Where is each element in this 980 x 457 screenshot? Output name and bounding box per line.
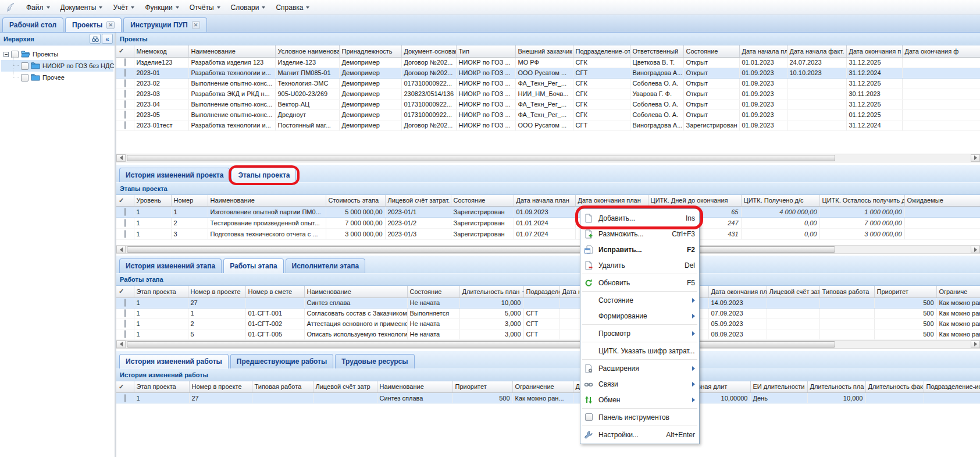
column-header[interactable]: Дата окончания план	[575, 195, 648, 207]
row-checkbox[interactable]	[124, 394, 126, 402]
tab-Инструкции ПУП[interactable]: Инструкции ПУП✕	[123, 17, 206, 32]
column-header[interactable]: ЕИ длительности	[750, 381, 807, 393]
context-menu-item[interactable]: Расширения	[580, 360, 699, 376]
row-checkbox[interactable]	[124, 230, 126, 238]
tab-Этапы проекта[interactable]: Этапы проекта	[231, 168, 296, 182]
close-icon[interactable]: ✕	[106, 21, 115, 29]
scroll-right-button[interactable]	[971, 246, 980, 253]
column-header[interactable]: Лицевой счёт затрат.	[385, 195, 451, 207]
column-header[interactable]: Дата начала план.	[739, 45, 787, 57]
table-row[interactable]: 2023-05Выполнение опытно-конс...Дредноут…	[116, 109, 980, 120]
scroll-left-button[interactable]	[116, 341, 126, 348]
row-checkbox[interactable]	[124, 219, 126, 227]
scrollbar-thumb[interactable]	[127, 155, 835, 161]
collapse-panel-icon[interactable]: «	[102, 34, 113, 44]
column-header[interactable]: Состояние	[407, 286, 459, 297]
column-header[interactable]: Длительность пла	[807, 381, 865, 393]
tab-Предшествующие работы[interactable]: Предшествующие работы	[230, 354, 333, 369]
column-header[interactable]: Дата начала план	[514, 195, 575, 207]
column-header[interactable]: Номер в проекте	[188, 286, 245, 297]
column-header[interactable]: Типовая работа	[819, 286, 874, 297]
column-header[interactable]: Стоимость этапа	[326, 195, 385, 207]
tab-Трудовые ресурсы[interactable]: Трудовые ресурсы	[335, 354, 414, 369]
scroll-left-button[interactable]	[116, 154, 126, 162]
column-header[interactable]: Номер в проекте	[189, 381, 252, 393]
context-menu-item[interactable]: Исправить...F2	[580, 242, 699, 257]
row-checkbox[interactable]	[124, 121, 126, 129]
column-header[interactable]: Номер в смете	[245, 286, 304, 297]
menubar-item[interactable]: Документы	[55, 2, 108, 13]
column-header[interactable]: Тип	[456, 45, 515, 57]
scrollbar-thumb[interactable]	[127, 341, 835, 348]
column-header[interactable]: Этап проекта	[134, 381, 189, 393]
column-header[interactable]: ЦИТК. Дней до окончания	[648, 195, 741, 207]
column-header[interactable]: Состояние	[683, 45, 739, 57]
column-header[interactable]: Приоритет	[874, 286, 936, 297]
column-header[interactable]: Уровень	[134, 195, 171, 207]
context-menu-item[interactable]: Настройки...Alt+Enter	[580, 427, 699, 442]
context-menu-item[interactable]: Формирование	[580, 308, 699, 324]
tree-item[interactable]: Прочее	[1, 72, 113, 83]
tab-История изменений этапа[interactable]: История изменений этапа	[119, 258, 222, 273]
column-header[interactable]: Дата окончания п	[846, 45, 902, 57]
column-header[interactable]: Принадлежность	[339, 45, 401, 57]
tab-Работы этапа[interactable]: Работы этапа	[223, 258, 283, 273]
column-header[interactable]: Документ-основан	[401, 45, 456, 57]
column-header[interactable]: Внешний заказчик	[515, 45, 573, 57]
scroll-right-button[interactable]	[971, 341, 980, 348]
row-checkbox[interactable]	[124, 90, 126, 98]
table-row[interactable]: Изделие123Разработка изделия 123Изделие-…	[116, 57, 980, 68]
column-header[interactable]: Наименование	[377, 381, 452, 393]
context-menu-item[interactable]: Просмотр	[580, 325, 699, 341]
context-menu-item[interactable]: Размножить...Ctrl+F3	[580, 226, 699, 242]
column-header[interactable]: Ответственный	[630, 45, 683, 57]
table-row[interactable]: 13Подготовка технического отчета с ...3 …	[116, 229, 980, 240]
table-row[interactable]: 11Изготовление опытной партии ПМ0...5 00…	[116, 207, 980, 218]
scroll-left-button[interactable]	[116, 246, 126, 253]
context-menu-item[interactable]: Добавить...Ins	[580, 210, 699, 226]
table-row[interactable]: 12Тестирование произведенной опыт...7 00…	[116, 218, 980, 229]
row-checkbox[interactable]	[124, 100, 126, 108]
tab-История изменений проекта[interactable]: История изменений проекта	[119, 168, 230, 182]
row-checkbox[interactable]	[124, 309, 126, 317]
menubar-item[interactable]: Словари	[226, 2, 271, 13]
column-header[interactable]: Мнемокод	[134, 45, 188, 57]
column-header[interactable]: Дата окончания ф	[902, 45, 980, 57]
column-header[interactable]: Наименование	[304, 286, 407, 297]
column-header[interactable]: Подразделение-от	[573, 45, 630, 57]
row-checkbox[interactable]	[124, 299, 126, 307]
column-header[interactable]: Дата начала факт.	[787, 45, 846, 57]
tree-checkbox[interactable]	[21, 62, 28, 70]
table-row[interactable]: 127Синтез сплава500Как можно ран...10,00…	[116, 393, 980, 403]
expander-icon[interactable]	[3, 52, 9, 57]
column-header[interactable]: Наименование	[208, 195, 326, 207]
column-header[interactable]: ✓	[116, 195, 134, 207]
column-header[interactable]: Подразделение-ис	[523, 286, 560, 297]
column-header[interactable]: Наименование	[188, 45, 275, 57]
row-checkbox[interactable]	[124, 330, 126, 338]
row-checkbox[interactable]	[124, 111, 126, 119]
menubar-item[interactable]: Функции	[140, 2, 184, 13]
column-header[interactable]: Этап проекта	[134, 286, 188, 297]
toolbar-checkbox[interactable]	[585, 413, 593, 421]
tab-Исполнители этапа[interactable]: Исполнители этапа	[286, 258, 366, 273]
table-row[interactable]: 2023-04Выполнение опытно-конс...Вектор-А…	[116, 99, 980, 109]
column-header[interactable]: Длительность фак	[865, 381, 924, 393]
context-menu-item[interactable]: УдалитьDel	[580, 257, 699, 273]
table-row[interactable]: 1501-СГТ-005Описать используемую техноло…	[116, 329, 980, 339]
row-checkbox[interactable]	[124, 58, 126, 66]
menubar-item[interactable]: Файл	[21, 2, 55, 13]
column-header[interactable]: Дата окончания план	[708, 286, 767, 297]
table-row[interactable]: 1201-СГТ-002Аттестация основного и приме…	[116, 318, 980, 329]
column-header[interactable]: ✓	[116, 45, 134, 57]
column-header[interactable]: Лицевой счёт затр	[313, 381, 377, 393]
column-header[interactable]: Ограниче	[936, 286, 980, 297]
column-header[interactable]: Номер	[171, 195, 208, 207]
column-header[interactable]: Лицевой счёт затр	[767, 286, 819, 297]
scrollbar-thumb[interactable]	[127, 246, 835, 253]
column-header[interactable]: Подразделение-ис	[924, 381, 980, 393]
column-header[interactable]: Длительность план	[459, 286, 523, 297]
column-header[interactable]: ✓	[116, 286, 134, 297]
column-header[interactable]: ЦИТК. Получено д/с	[741, 195, 819, 207]
column-header[interactable]: Ожидаемые	[904, 195, 980, 207]
